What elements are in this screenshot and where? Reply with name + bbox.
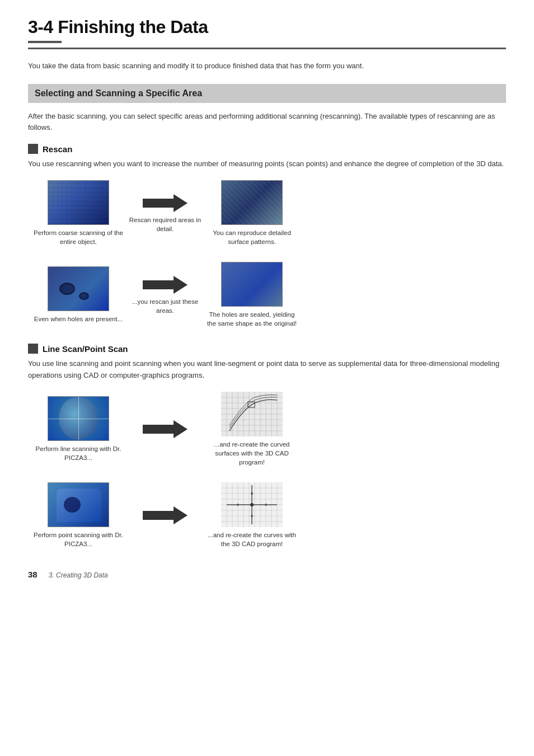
page: 3-4 Finishing the Data You take the data… [0,0,534,602]
hole1 [59,283,75,295]
linescan-caption1: Perform line scanning with Dr. PICZA3... [34,444,123,462]
coarse-scan-caption: Perform coarse scanning of the entire ob… [34,228,123,246]
rescan-text: You use rescanning when you want to incr… [28,158,506,170]
arrow-icon3 [143,419,188,439]
linescan-bar [28,344,38,354]
detail-scan-image [221,180,283,225]
holes-after-image [221,262,283,307]
footer-chapter: 3. Creating 3D Data [49,571,108,579]
page-number: 38 [28,570,38,579]
svg-marker-1 [143,276,188,294]
pointscan-caption1: Perform point scanning with Dr. PICZA3..… [34,530,123,548]
rescan-row2: Even when holes are present... ...you re… [28,262,506,328]
svg-point-45 [265,504,267,506]
arrow-icon4 [143,505,188,525]
cad-grid1-image [221,392,283,436]
cad-grid1-svg [221,392,283,436]
point-scan-image [48,482,109,527]
rescan-row1: Perform coarse scanning of the entire ob… [28,180,506,246]
svg-marker-22 [143,506,188,524]
holes-before-image [48,266,109,311]
rescan-title-row: Rescan [28,144,506,154]
holes-after-item: The holes are sealed, yielding the same … [202,262,302,328]
linescan-item1: Perform line scanning with Dr. PICZA3... [28,396,129,462]
rescan-title: Rescan [43,144,72,154]
hole2 [79,292,89,300]
rescan-arrow2: ...you rescan just these areas. [129,275,202,315]
svg-point-43 [250,503,254,506]
crosshair-v [78,397,79,440]
rescan-bar [28,144,38,154]
page-title-area: 3-4 Finishing the Data [28,17,506,49]
holes-before-item: Even when holes are present... [28,266,129,323]
rescan-item1: Perform coarse scanning of the entire ob… [28,180,129,246]
svg-marker-2 [143,420,188,438]
linescan-title: Line Scan/Point Scan [43,344,128,354]
line-scan-image [48,396,109,441]
svg-point-46 [251,492,253,495]
rescan-arrow1: Rescan required areas in detail. [129,193,202,233]
arrow-icon2 [143,275,188,295]
arrow-icon [143,193,188,213]
linescan-arrow2 [129,505,202,525]
title-underbar [28,41,62,43]
svg-marker-0 [143,194,188,212]
pointscan-result1: ...and re-create the curves with the 3D … [202,482,302,548]
linescan-arrow1 [129,419,202,439]
page-title: 3-4 Finishing the Data [28,17,506,37]
rescan-arrow1-caption: Rescan required areas in detail. [129,215,202,233]
rescan-item2: You can reproduce detailed surface patte… [202,180,302,246]
linescan-row1: Perform line scanning with Dr. PICZA3... [28,392,506,467]
svg-point-47 [251,515,253,517]
rescan-arrow2-caption: ...you rescan just these areas. [129,297,202,315]
linescan-text: You use line scanning and point scanning… [28,358,506,382]
pointscan-result1-caption: ...and re-create the curves with the 3D … [207,530,297,548]
detail-scan-caption: You can reproduce detailed surface patte… [207,228,297,246]
section1-header: Selecting and Scanning a Specific Area [28,84,506,103]
page-footer: 38 3. Creating 3D Data [28,565,506,579]
cad-grid2-image [221,482,283,527]
linescan-row2: Perform point scanning with Dr. PICZA3..… [28,482,506,548]
svg-point-44 [237,504,239,506]
linescan-result1-caption: ...and re-create the curved surfaces wit… [207,440,297,467]
holes-before-caption: Even when holes are present... [34,314,123,323]
intro-text: You take the data from basic scanning an… [28,60,506,72]
cad-grid2-svg [221,482,283,527]
coarse-scan-image [48,180,109,225]
pointscan-item1: Perform point scanning with Dr. PICZA3..… [28,482,129,548]
linescan-title-row: Line Scan/Point Scan [28,344,506,354]
linescan-result1: ...and re-create the curved surfaces wit… [202,392,302,467]
holes-after-caption: The holes are sealed, yielding the same … [207,310,297,328]
section1-intro: After the basic scanning, you can select… [28,111,506,134]
